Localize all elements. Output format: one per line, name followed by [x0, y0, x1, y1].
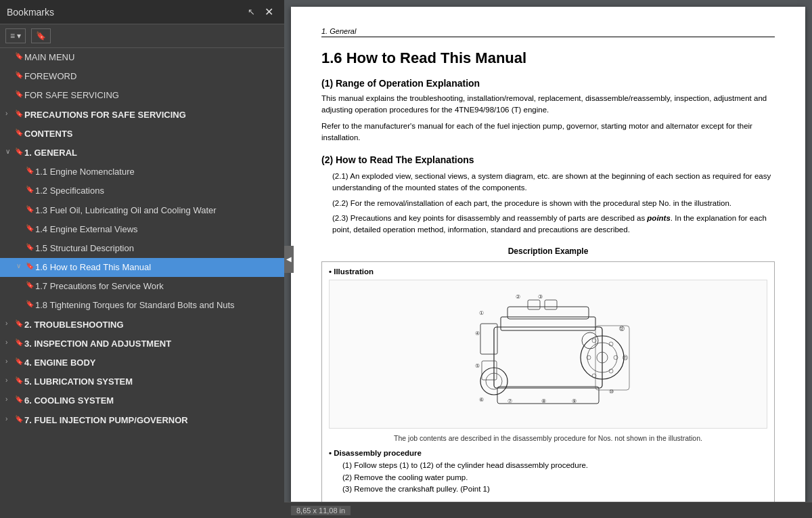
section1-para2: Refer to the manufacturer's manual for e…: [321, 121, 775, 144]
expand-arrow: ›: [5, 358, 15, 365]
status-bar: 8,65 x 11,08 in: [284, 502, 812, 518]
svg-text:⑦: ⑦: [508, 398, 512, 404]
bookmark-icon: 🔖: [15, 110, 24, 117]
svg-text:②: ②: [516, 294, 520, 300]
expand-arrow: ›: [5, 395, 15, 403]
bookmark-icon: 🔖: [15, 376, 24, 384]
bookmark-label: 4. ENGINE BODY: [24, 357, 95, 369]
bookmark-item-main-menu[interactable]: 🔖 MAIN MENU: [0, 48, 284, 67]
illustration-label: • Illustration: [329, 267, 767, 276]
bookmark-item-1-8[interactable]: 🔖 1.8 Tightening Torques for Standard Bo…: [0, 296, 284, 315]
svg-text:⑧: ⑧: [541, 398, 546, 404]
close-button[interactable]: ✕: [261, 4, 277, 20]
bookmark-list: 🔖 MAIN MENU🔖 FOREWORD🔖 FOR SAFE SERVICIN…: [0, 48, 284, 518]
cursor-icon: ↖: [248, 7, 255, 17]
bookmark-icon: 🔖: [26, 205, 35, 213]
bookmark-icon: 🔖: [15, 52, 24, 60]
bookmark-icon: 🔖: [26, 224, 35, 232]
bookmark-label: 1.4 Engine External Views: [35, 223, 138, 236]
bookmark-icon: 🔖: [15, 415, 24, 423]
section1-para1: This manual explains the troubleshooting…: [321, 93, 775, 116]
bookmark-item-cooling[interactable]: ›🔖 6. COOLING SYSTEM: [0, 391, 284, 410]
expand-arrow: ›: [5, 415, 15, 423]
bookmark-label: MAIN MENU: [24, 51, 74, 64]
bookmark-label: PRECAUTIONS FOR SAFE SERVICING: [24, 109, 186, 121]
bookmark-icon: 🔖: [15, 358, 24, 365]
bookmark-label: 1.7 Precautions for Service Work: [35, 280, 164, 293]
expand-arrow: ›: [5, 110, 15, 117]
bookmark-item-for-safe[interactable]: 🔖 FOR SAFE SERVICING: [0, 86, 284, 105]
bookmark-item-inspection[interactable]: ›🔖 3. INSPECTION AND ADJUSTMENT: [0, 334, 284, 353]
svg-point-6: [582, 332, 598, 349]
illustration-area: ① ② ③ ④ ⑤ ⑥ ⑦ ⑧ ⑨ ⑩ ⑪ ⑫: [329, 280, 767, 429]
bookmark-item-1-3[interactable]: 🔖 1.3 Fuel Oil, Lubricating Oil and Cool…: [0, 201, 284, 220]
example-title: Description Example: [321, 246, 775, 256]
svg-rect-19: [545, 300, 557, 309]
document-panel: 1. General 1.6 How to Read This Manual (…: [284, 0, 812, 518]
bookmarks-panel: Bookmarks ↖ ✕ ≡ ▾ 🔖 🔖 MAIN MENU🔖 FOREWOR…: [0, 0, 284, 518]
bookmark-item-troubleshooting[interactable]: ›🔖 2. TROUBLESHOOTING: [0, 316, 284, 334]
bookmark-item-foreword[interactable]: 🔖 FOREWORD: [0, 67, 284, 86]
bookmark-icon: 🔖: [26, 243, 35, 251]
bookmark-label: 1.6 How to Read This Manual: [35, 261, 151, 274]
bookmark-item-engine-body[interactable]: ›🔖 4. ENGINE BODY: [0, 353, 284, 372]
bookmark-label: CONTENTS: [24, 128, 73, 140]
bookmark-item-1-6[interactable]: ∨🔖 1.6 How to Read This Manual: [0, 258, 284, 277]
bookmark-label: 6. COOLING SYSTEM: [24, 395, 114, 407]
bookmark-label: 1.3 Fuel Oil, Lubricating Oil and Coolin…: [35, 204, 217, 217]
bookmark-item-1-2[interactable]: 🔖 1.2 Specifications: [0, 181, 284, 200]
bookmark-label: FOREWORD: [24, 70, 76, 83]
svg-rect-18: [528, 300, 540, 309]
svg-text:①: ①: [479, 310, 484, 316]
bookmark-item-fuel-injection[interactable]: ›🔖 7. FUEL INJECTION PUMP/GOVERNOR: [0, 411, 284, 430]
bookmark-label: 3. INSPECTION AND ADJUSTMENT: [24, 338, 171, 350]
bookmark-icon: 🔖: [15, 320, 24, 327]
bookmark-item-1-5[interactable]: 🔖 1.5 Structural Description: [0, 239, 284, 258]
svg-rect-20: [482, 361, 497, 380]
bookmark-label: 1.8 Tightening Torques for Standard Bolt…: [35, 299, 235, 311]
svg-rect-17: [480, 324, 497, 354]
item3-prefix: (2.3) Precautions and key points for dis…: [332, 214, 647, 222]
section2-title: (2) How to Read The Explanations: [321, 154, 775, 165]
description-example: Description Example • Illustration: [321, 246, 775, 502]
section1-title: (1) Range of Operation Explanation: [321, 78, 775, 89]
expand-arrow: ›: [5, 339, 15, 346]
bookmark-item-precautions[interactable]: ›🔖 PRECAUTIONS FOR SAFE SERVICING: [0, 106, 284, 125]
bookmark-icon: 🔖: [15, 395, 24, 403]
bookmark-item-1-4[interactable]: 🔖 1.4 Engine External Views: [0, 220, 284, 239]
disassembly-item: (3) Remove the crankshaft pulley. (Point…: [329, 483, 767, 495]
bookmark-icon: 🔖: [26, 186, 35, 193]
bookmark-icon: 🔖: [26, 281, 35, 288]
bookmark-item-1-7[interactable]: 🔖 1.7 Precautions for Service Work: [0, 277, 284, 296]
bookmark-label: 1.1 Engine Nomenclature: [35, 166, 135, 178]
bookmark-label: 2. TROUBLESHOOTING: [24, 319, 124, 331]
toolbar-row: ≡ ▾ 🔖: [0, 24, 284, 48]
illustration-caption: The job contents are described in the di…: [329, 434, 767, 442]
svg-text:⑪: ⑪: [623, 355, 628, 361]
bookmark-item-lubrication[interactable]: ›🔖 5. LUBRICATION SYSTEM: [0, 372, 284, 391]
bookmark-icon: 🔖: [15, 129, 24, 136]
svg-text:③: ③: [538, 294, 543, 300]
svg-text:⑤: ⑤: [475, 363, 480, 369]
bookmark-item-1-1[interactable]: 🔖 1.1 Engine Nomenclature: [0, 163, 284, 181]
disassembly-title: • Disassembly procedure: [329, 449, 767, 457]
bookmark-item-general[interactable]: ∨🔖 1. GENERAL: [0, 144, 284, 163]
example-box: • Illustration: [321, 261, 775, 502]
bookmark-item-contents[interactable]: 🔖 CONTENTS: [0, 125, 284, 144]
bookmark-icon: 🔖: [15, 148, 24, 155]
svg-text:④: ④: [475, 330, 480, 337]
bookmark-icon: 🔖: [15, 71, 24, 79]
bookmarks-title: Bookmarks: [7, 7, 54, 18]
bookmarks-header: Bookmarks ↖ ✕: [0, 0, 284, 24]
collapse-panel-button[interactable]: ◀: [284, 246, 294, 273]
list-options-button[interactable]: ≡ ▾: [5, 28, 26, 43]
disassembly-item: (1) Follow steps (1) to (12) of the cyli…: [329, 460, 767, 471]
doc-container[interactable]: 1. General 1.6 How to Read This Manual (…: [284, 0, 812, 502]
bookmark-icon: 🔖: [15, 339, 24, 346]
bookmark-label: FOR SAFE SERVICING: [24, 89, 119, 102]
add-bookmark-button[interactable]: 🔖: [31, 28, 51, 43]
section2-item3: (2.3) Precautions and key points for dis…: [321, 213, 775, 236]
section-range-of-operation: (1) Range of Operation Explanation This …: [321, 78, 775, 144]
disassembly-item: (2) Remove the cooling water pump.: [329, 472, 767, 483]
bookmark-icon: 🔖: [15, 90, 24, 98]
